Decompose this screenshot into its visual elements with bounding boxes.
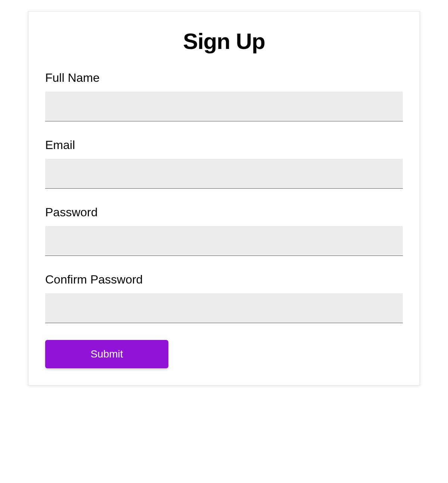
submit-button[interactable]: Submit: [45, 340, 168, 368]
confirm-password-label: Confirm Password: [45, 273, 403, 287]
fullname-input[interactable]: [45, 92, 403, 121]
fullname-label: Full Name: [45, 71, 403, 85]
email-field[interactable]: [45, 159, 403, 189]
signup-form: Full Name Email Password Confirm Passwor…: [45, 71, 403, 368]
fullname-group: Full Name: [45, 71, 403, 121]
confirm-password-input[interactable]: [45, 293, 403, 323]
email-label: Email: [45, 138, 403, 152]
signup-card: Sign Up Full Name Email Password Confirm…: [28, 11, 420, 386]
confirm-password-group: Confirm Password: [45, 273, 403, 323]
email-group: Email: [45, 138, 403, 189]
page-title: Sign Up: [45, 28, 403, 54]
password-group: Password: [45, 205, 403, 256]
password-label: Password: [45, 205, 403, 219]
password-input[interactable]: [45, 226, 403, 256]
